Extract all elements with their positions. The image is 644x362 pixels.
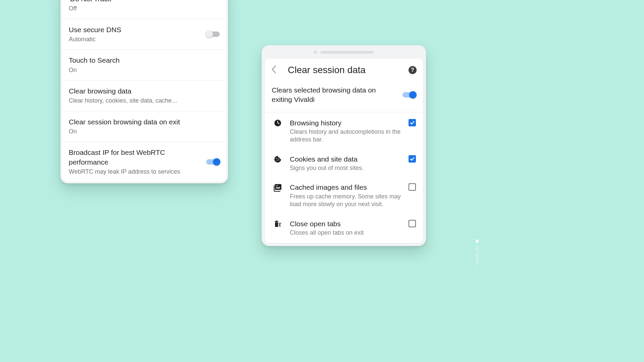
option-cookies[interactable]: Cookies and site data Signs you out of m… (265, 150, 423, 178)
svg-rect-8 (279, 223, 281, 224)
setting-title: 'Do Not Track' (69, 0, 220, 4)
svg-point-1 (276, 158, 277, 159)
setting-clear-browsing-data[interactable]: Clear browsing data Clear history, cooki… (62, 80, 226, 111)
secure-dns-toggle[interactable] (206, 32, 220, 37)
phone-status-bar (262, 51, 426, 54)
setting-do-not-track[interactable]: 'Do Not Track' Off (62, 0, 226, 19)
svg-point-2 (277, 160, 278, 161)
left-settings-panel: 'Do Not Track' Off Use secure DNS Automa… (60, 0, 228, 183)
clear-on-exit-toggle[interactable] (402, 92, 416, 98)
setting-subtitle: On (69, 66, 220, 74)
setting-subtitle: Clear history, cookies, site data, cache… (69, 97, 220, 105)
option-browsing-history[interactable]: Browsing history Clears history and auto… (265, 112, 423, 150)
svg-rect-7 (276, 221, 277, 221)
option-cached-images[interactable]: Cached images and files Frees up cache m… (265, 178, 423, 214)
option-close-tabs[interactable]: Close open tabs Closes all open tabs on … (265, 215, 423, 243)
svg-rect-11 (476, 239, 479, 242)
option-title: Cached images and files (290, 183, 402, 192)
option-title: Browsing history (290, 118, 402, 127)
setting-title: Use secure DNS (69, 25, 202, 35)
option-subtitle: Closes all open tabs on exit (290, 229, 402, 237)
right-clear-session-panel: Clear session data ? Clears selected bro… (262, 45, 426, 246)
option-title: Cookies and site data (290, 155, 402, 164)
panel-header: Clear session data ? (265, 59, 423, 81)
setting-title: Clear browsing data (69, 86, 220, 96)
left-screen: 'Do Not Track' Off Use secure DNS Automa… (62, 0, 226, 182)
cookies-checkbox[interactable] (409, 155, 416, 163)
setting-title: Broadcast IP for best WebRTC performance (69, 148, 202, 167)
setting-secure-dns[interactable]: Use secure DNS Automatic (62, 19, 226, 50)
page-title: Clear session data (288, 65, 409, 75)
setting-broadcast-ip-webrtc[interactable]: Broadcast IP for best WebRTC performance… (62, 142, 226, 182)
browsing-history-checkbox[interactable] (409, 119, 416, 126)
setting-subtitle: WebRTC may leak IP address to services (69, 168, 202, 176)
cookie-icon (272, 155, 284, 163)
setting-clear-session-on-exit[interactable]: Clear session browsing data on exit On (62, 111, 226, 142)
vivaldi-watermark: VIVALDI (475, 239, 480, 265)
setting-subtitle: On (69, 127, 220, 135)
option-title: Close open tabs (290, 219, 402, 228)
svg-point-3 (278, 159, 279, 160)
image-icon (272, 183, 284, 192)
svg-point-4 (278, 158, 278, 159)
option-subtitle: Frees up cache memory. Some sites may lo… (290, 193, 402, 208)
svg-rect-9 (279, 224, 280, 225)
setting-title: Clear session browsing data on exit (69, 117, 220, 127)
setting-touch-to-search[interactable]: Touch to Search On (62, 50, 226, 80)
svg-rect-5 (275, 184, 281, 190)
option-subtitle: Signs you out of most sites. (290, 164, 402, 172)
setting-subtitle: Automatic (69, 35, 202, 43)
back-icon[interactable] (271, 65, 276, 75)
webrtc-toggle[interactable] (206, 159, 220, 165)
svg-point-6 (276, 185, 277, 186)
help-icon[interactable]: ? (409, 66, 417, 74)
svg-rect-10 (279, 226, 281, 226)
master-toggle-row[interactable]: Clears selected browsing data on exiting… (265, 81, 423, 112)
master-toggle-label: Clears selected browsing data on exiting… (272, 85, 396, 105)
setting-title: Touch to Search (69, 56, 220, 65)
history-icon (272, 118, 284, 127)
delete-icon (272, 219, 284, 228)
cached-images-checkbox[interactable] (409, 183, 416, 191)
right-screen: Clear session data ? Clears selected bro… (265, 59, 423, 243)
setting-subtitle: Off (69, 4, 220, 12)
option-subtitle: Clears history and autocompletions in th… (290, 128, 402, 144)
close-tabs-checkbox[interactable] (409, 220, 416, 227)
